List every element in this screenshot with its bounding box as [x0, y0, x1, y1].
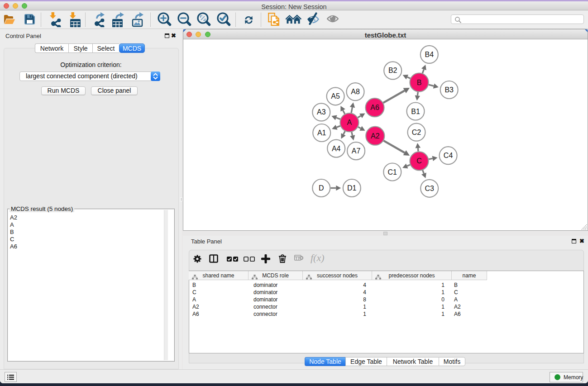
svg-text:C4: C4: [444, 152, 453, 159]
svg-text:A7: A7: [352, 147, 361, 155]
svg-text:C: C: [416, 157, 422, 165]
svg-text:D1: D1: [347, 184, 357, 192]
svg-text:B3: B3: [445, 86, 454, 94]
svg-text:B2: B2: [388, 67, 397, 74]
svg-text:B1: B1: [411, 108, 420, 115]
svg-text:A5: A5: [331, 92, 340, 100]
svg-text:A1: A1: [317, 129, 326, 137]
svg-text:A2: A2: [371, 132, 380, 140]
svg-text:A6: A6: [370, 104, 379, 111]
svg-text:B4: B4: [425, 51, 434, 58]
svg-text:D: D: [319, 184, 324, 192]
svg-text:C3: C3: [425, 185, 434, 192]
svg-text:B: B: [417, 79, 422, 86]
svg-text:A4: A4: [332, 145, 341, 152]
svg-text:C2: C2: [412, 129, 421, 136]
svg-text:C1: C1: [388, 168, 397, 176]
svg-text:A3: A3: [317, 108, 326, 116]
svg-text:A: A: [347, 119, 352, 126]
svg-text:A8: A8: [351, 88, 360, 95]
